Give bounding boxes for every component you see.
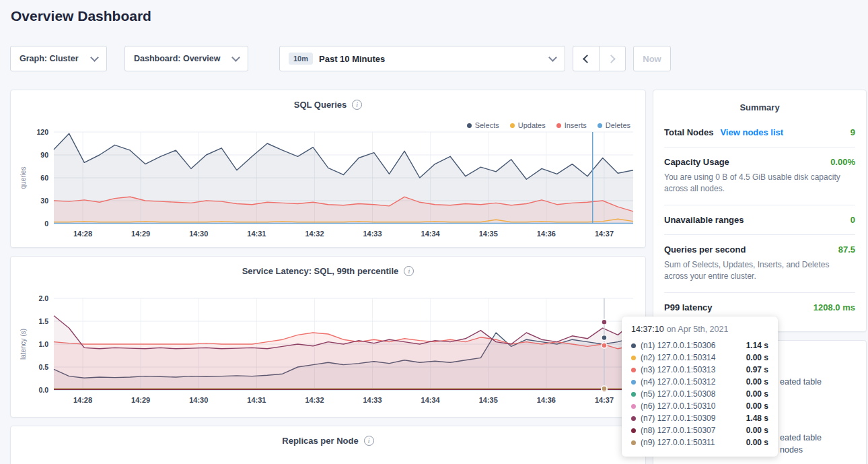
replicas-per-node-card: Replicas per Node i [10,426,646,464]
svg-text:30: 30 [40,197,48,205]
summary-row-qps: Queries per second 87.5 Sum of Selects, … [664,234,855,292]
chevron-down-icon [90,53,99,62]
tooltip-node-label: (n5) 127.0.0.1:50308 [641,389,715,399]
unavailable-ranges-value: 0 [851,215,855,225]
series-dot-icon [631,428,636,433]
svg-text:14:37: 14:37 [595,396,614,404]
svg-text:120: 120 [36,128,48,136]
time-range-badge: 10m [289,53,313,65]
tooltip-row: (n4) 127.0.0.1:503120.00 s [631,376,768,388]
tooltip-node-value: 0.00 s [746,401,768,411]
svg-text:14:33: 14:33 [363,396,382,404]
tooltip-row: (n1) 127.0.0.1:503061.14 s [631,339,768,352]
capacity-label: Capacity Usage [664,157,729,167]
replicas-chart-title: Replicas per Node [282,436,358,446]
time-next-button[interactable] [599,46,626,71]
time-prev-button[interactable] [573,46,600,71]
svg-text:latency (s): latency (s) [20,329,27,360]
tooltip-node-label: (n3) 127.0.0.1:50313 [641,365,715,374]
tooltip-row: (n9) 127.0.0.1:503110.00 s [631,436,768,449]
series-dot-icon [631,343,636,348]
info-icon[interactable]: i [364,436,374,446]
summary-row-capacity: Capacity Usage 0.00% You are using 0 B o… [664,147,855,205]
series-dot-icon [631,416,636,421]
qps-value: 87.5 [838,244,855,255]
tooltip-node-value: 0.00 s [746,389,768,399]
total-nodes-label: Total Nodes [664,127,713,137]
series-dot-icon [631,356,636,360]
tooltip-row: (n6) 127.0.0.1:503100.00 s [631,400,768,412]
svg-text:14:33: 14:33 [363,230,382,238]
svg-text:60: 60 [40,174,48,182]
svg-text:14:32: 14:32 [305,396,324,404]
tooltip-date: on Apr 5th, 2021 [667,325,729,334]
event-text-fragment: eated table [780,377,822,387]
event-text-fragment: nodes [780,445,803,455]
svg-text:14:30: 14:30 [189,396,208,404]
svg-text:0.5: 0.5 [38,363,48,371]
tooltip-node-label: (n6) 127.0.0.1:50310 [641,401,715,411]
event-text-fragment: eated table [780,433,822,442]
svg-text:14:37: 14:37 [595,230,614,238]
tooltip-node-label: (n1) 127.0.0.1:50306 [641,341,715,350]
tooltip-row: (n5) 127.0.0.1:503080.00 s [631,388,768,400]
tooltip-node-label: (n2) 127.0.0.1:50314 [641,353,715,362]
svg-text:queries: queries [20,167,27,189]
info-icon[interactable]: i [404,266,414,276]
time-range-label: Past 10 Minutes [319,54,544,64]
svg-text:0: 0 [44,220,48,228]
graph-dropdown[interactable]: Graph: Cluster [10,46,107,71]
svg-text:14:36: 14:36 [537,396,556,404]
tooltip-node-value: 0.00 s [746,438,768,447]
svg-text:14:36: 14:36 [537,230,556,238]
svg-text:14:31: 14:31 [247,230,266,238]
tooltip-node-label: (n4) 127.0.0.1:50312 [641,377,715,387]
svg-text:1.0: 1.0 [38,340,48,348]
tooltip-node-label: (n8) 127.0.0.1:50307 [641,426,715,435]
graph-dropdown-label: Graph: Cluster [20,54,85,63]
capacity-value: 0.00% [830,157,855,167]
svg-text:14:32: 14:32 [305,230,324,238]
svg-text:14:28: 14:28 [73,396,92,404]
tooltip-timestamp: 14:37:10on Apr 5th, 2021 [631,325,768,334]
chevron-down-icon [231,53,240,62]
time-range-selector[interactable]: 10m Past 10 Minutes [279,46,565,71]
sql-queries-plot[interactable]: 14:2814:2914:3014:3114:3214:3314:3414:35… [16,125,641,241]
info-icon[interactable]: i [352,100,362,110]
service-latency-chart-title: Service Latency: SQL, 99th percentile [242,266,399,276]
page-title: Overview Dashboard [11,8,151,24]
chart-hover-tooltip: 14:37:10on Apr 5th, 2021 (n1) 127.0.0.1:… [622,317,778,457]
chevron-left-icon [583,55,591,63]
summary-title: Summary [653,90,866,118]
tooltip-row: (n8) 127.0.0.1:503070.00 s [631,424,768,436]
series-dot-icon [631,392,636,397]
tooltip-node-value: 0.00 s [746,377,768,387]
tooltip-node-value: 1.14 s [746,341,768,350]
summary-row-unavailable-ranges: Unavailable ranges 0 [664,205,855,234]
series-dot-icon [631,440,636,445]
service-latency-card: Service Latency: SQL, 99th percentile i … [10,256,646,418]
tooltip-node-value: 0.00 s [746,353,768,362]
svg-text:2.0: 2.0 [38,294,48,302]
svg-text:14:28: 14:28 [73,230,92,238]
svg-text:0.0: 0.0 [38,386,48,394]
p99-value: 1208.0 ms [813,302,855,312]
svg-text:14:35: 14:35 [479,230,498,238]
svg-text:14:35: 14:35 [479,396,498,404]
service-latency-plot[interactable]: 14:2814:2914:3014:3114:3214:3314:3414:35… [16,292,641,407]
view-nodes-list-link[interactable]: View nodes list [720,127,783,137]
svg-text:90: 90 [40,151,48,159]
svg-text:14:30: 14:30 [189,230,208,238]
tooltip-node-value: 1.48 s [746,413,768,423]
p99-label: P99 latency [664,302,713,312]
now-button[interactable]: Now [633,46,671,71]
svg-text:14:34: 14:34 [421,396,441,404]
capacity-subtext: You are using 0 B of 4.5 GiB usable disk… [664,172,855,195]
unavailable-ranges-label: Unavailable ranges [664,215,744,225]
qps-subtext: Sum of Selects, Updates, Inserts, and De… [664,259,855,283]
tooltip-row: (n2) 127.0.0.1:503140.00 s [631,352,768,364]
series-dot-icon [631,368,636,372]
series-dot-icon [631,380,636,385]
tooltip-time: 14:37:10 [631,325,664,334]
dashboard-dropdown[interactable]: Dashboard: Overview [124,46,248,71]
